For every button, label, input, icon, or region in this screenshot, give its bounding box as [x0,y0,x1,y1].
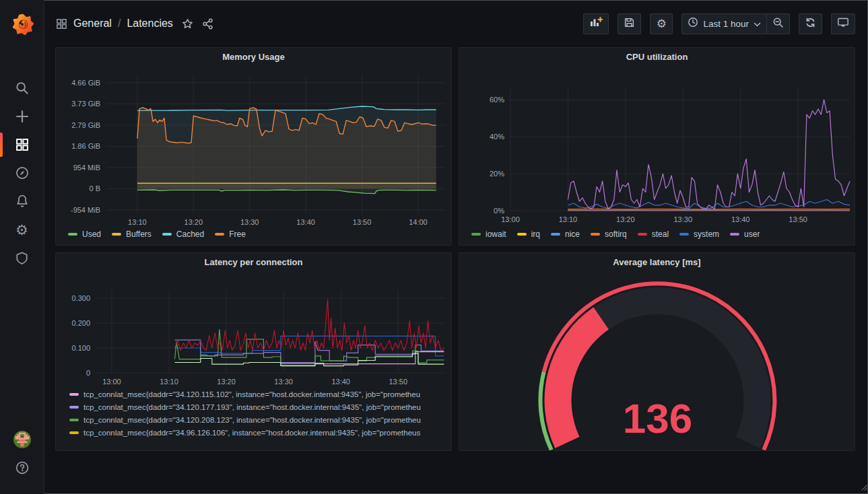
question-icon [15,460,30,475]
time-range-picker[interactable]: Last 1 hour [681,13,767,34]
svg-text:0: 0 [86,369,90,377]
svg-text:13:10: 13:10 [559,215,578,223]
legend-label: irq [531,230,540,239]
sidebar-item-alerting[interactable] [0,187,44,215]
legend-item[interactable]: Free [215,230,246,239]
time-controls: Last 1 hour [681,13,790,34]
clock-icon [688,17,698,30]
legend-label: steal [652,230,669,239]
cpu-legend: iowaitirqnicesoftirqstealsystemuser [471,230,760,239]
legend-swatch [68,233,77,236]
legend-swatch [69,406,79,409]
memory-legend: UsedBuffersCachedFree [68,230,246,239]
panel-title[interactable]: Average latency [ms] [459,253,855,272]
tv-mode-icon [837,17,849,31]
grafana-logo-icon[interactable] [12,13,34,35]
star-icon[interactable] [182,18,193,30]
sidebar-item-help[interactable] [0,454,44,482]
zoom-out-button[interactable] [767,13,790,34]
legend-swatch [679,233,689,236]
refresh-button[interactable] [799,13,822,34]
gear-icon: ⚙ [15,223,28,237]
svg-text:13:50: 13:50 [353,218,372,226]
legend-item[interactable]: tcp_connlat_msec{daddr="34.120.177.193",… [69,403,446,411]
legend-item[interactable]: Cached [162,230,204,239]
legend-label: tcp_connlat_msec{daddr="34.120.208.123",… [84,416,421,424]
dashboard-header: General / Latencies [44,0,868,47]
legend-item[interactable]: nice [551,230,580,239]
sidebar-item-configuration[interactable]: ⚙ [0,215,44,244]
legend-swatch [730,233,739,236]
sidebar-item-create[interactable] [0,102,44,131]
main-area: General / Latencies [44,0,868,494]
sidebar-item-profile[interactable] [0,425,44,454]
svg-text:13:00: 13:00 [501,215,520,223]
legend-label: tcp_connlat_msec{daddr="34.120.177.193",… [84,403,421,411]
legend-swatch [551,233,560,236]
svg-text:0%: 0% [494,207,504,215]
resize-grip-icon[interactable] [861,481,867,493]
legend-label: Used [82,230,101,239]
legend-item[interactable]: Used [68,230,101,239]
legend-item[interactable]: steal [638,230,669,239]
dashboard-grid-icon [56,18,67,30]
legend-label: softirq [605,230,627,239]
tv-mode-button[interactable] [831,13,855,34]
svg-text:1.86 GiB: 1.86 GiB [71,142,100,150]
sidebar: ⚙ [0,0,44,494]
legend-label: tcp_connlat_msec{daddr="34.96.126.106", … [84,429,420,437]
svg-text:13:10: 13:10 [160,378,178,386]
svg-text:954 MiB: 954 MiB [73,164,100,172]
plus-icon [15,109,30,124]
dashboard-grid: Memory Usage 4.66 GiB3.73 GiB2.79 GiB1.8… [55,47,855,451]
legend-item[interactable]: tcp_connlat_msec{daddr="34.120.208.123",… [69,416,446,424]
average-latency-gauge: 136 [459,253,855,450]
legend-item[interactable]: iowait [471,230,506,239]
panel-memory-usage: Memory Usage 4.66 GiB3.73 GiB2.79 GiB1.8… [55,47,452,246]
add-panel-button[interactable] [583,13,609,34]
legend-swatch [215,233,224,236]
legend-label: Buffers [126,230,152,239]
save-dashboard-button[interactable] [617,13,641,34]
save-icon [624,17,635,31]
svg-text:13:30: 13:30 [674,215,693,223]
svg-text:13:30: 13:30 [274,378,293,386]
panel-latency-per-connection: Latency per connection 00.1000.2000.3001… [55,252,452,451]
panel-title[interactable]: Latency per connection [56,253,451,272]
sidebar-item-search[interactable] [0,74,44,102]
breadcrumb-dashboard[interactable]: Latencies [127,17,173,30]
breadcrumb-folder[interactable]: General [73,17,112,30]
legend-item[interactable]: irq [517,230,540,239]
svg-text:-954 MiB: -954 MiB [71,206,100,214]
svg-text:0 B: 0 B [89,184,100,192]
panel-title[interactable]: Memory Usage [56,48,451,67]
dashboard-settings-button[interactable]: ⚙ [650,13,673,34]
share-icon[interactable] [202,18,213,30]
legend-swatch [69,393,79,396]
legend-item[interactable]: system [679,230,719,239]
legend-swatch [69,431,79,434]
sidebar-item-explore[interactable] [0,159,44,187]
legend-label: tcp_connlat_msec{daddr="34.120.115.102",… [84,390,420,398]
svg-text:13:20: 13:20 [217,378,236,386]
legend-item[interactable]: Buffers [112,230,152,239]
svg-text:0.200: 0.200 [71,319,90,327]
active-indicator [0,133,3,157]
avatar [13,431,31,448]
legend-item[interactable]: tcp_connlat_msec{daddr="34.96.126.106", … [69,429,446,437]
legend-item[interactable]: tcp_connlat_msec{daddr="34.120.115.102",… [69,390,446,398]
latency-legend: tcp_connlat_msec{daddr="34.120.115.102",… [69,390,446,437]
legend-item[interactable]: user [730,230,760,239]
legend-label: iowait [486,230,506,239]
compass-icon [15,166,30,180]
shield-icon [15,251,29,265]
chevron-down-icon [754,17,761,30]
sidebar-item-dashboards[interactable] [0,131,44,159]
panel-cpu-utilization: CPU utilization 0%20%40%60%13:0013:1013:… [459,47,855,246]
sidebar-item-server-admin[interactable] [0,244,44,272]
svg-text:14:00: 14:00 [409,218,428,226]
memory-chart: 4.66 GiB3.73 GiB2.79 GiB1.86 GiB954 MiB0… [56,48,451,245]
panel-title[interactable]: CPU utilization [459,48,855,67]
legend-item[interactable]: softirq [591,230,627,239]
svg-text:60%: 60% [490,96,504,104]
